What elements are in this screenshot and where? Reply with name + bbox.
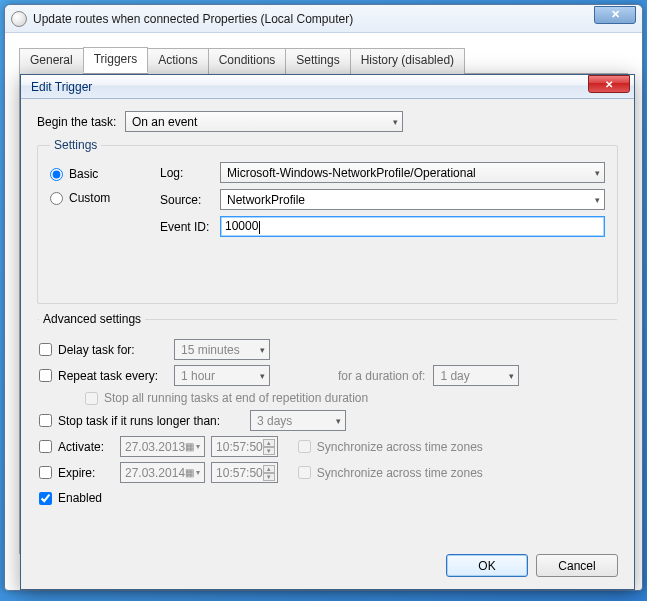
begin-task-value: On an event xyxy=(132,115,197,129)
expire-date-value: 27.03.2014 xyxy=(125,466,185,480)
enabled-checkbox[interactable] xyxy=(39,492,52,505)
tab-triggers[interactable]: Triggers xyxy=(83,47,149,73)
eventid-value: 10000 xyxy=(225,219,260,233)
repeat-value: 1 hour xyxy=(181,369,215,383)
cancel-button[interactable]: Cancel xyxy=(536,554,618,577)
eventid-label: Event ID: xyxy=(160,220,220,234)
spinner-icon[interactable]: ▲▼ xyxy=(263,439,275,455)
log-value: Microsoft-Windows-NetworkProfile/Operati… xyxy=(227,166,476,180)
parent-titlebar: Update routes when connected Properties … xyxy=(5,5,642,33)
calendar-icon: ▦ xyxy=(185,441,194,452)
activate-time-value: 10:57:50 xyxy=(216,440,263,454)
tab-actions[interactable]: Actions xyxy=(147,48,208,74)
custom-label: Custom xyxy=(69,191,110,205)
source-label: Source: xyxy=(160,193,220,207)
repeat-select[interactable]: 1 hour xyxy=(174,365,270,386)
repeat-label: Repeat task every: xyxy=(58,369,168,383)
tab-strip: General Triggers Actions Conditions Sett… xyxy=(19,47,628,74)
tab-conditions[interactable]: Conditions xyxy=(208,48,287,74)
advanced-group: Advanced settings Delay task for: 15 min… xyxy=(37,312,618,510)
expire-checkbox[interactable] xyxy=(39,466,52,479)
delay-select[interactable]: 15 minutes xyxy=(174,339,270,360)
parent-close-button[interactable]: ✕ xyxy=(594,6,636,24)
basic-label: Basic xyxy=(69,167,98,181)
source-select[interactable]: NetworkProfile xyxy=(220,189,605,210)
ok-button[interactable]: OK xyxy=(446,554,528,577)
stopif-checkbox[interactable] xyxy=(39,414,52,427)
expire-time[interactable]: 10:57:50 ▲▼ xyxy=(211,462,278,483)
expire-label: Expire: xyxy=(58,466,114,480)
activate-checkbox[interactable] xyxy=(39,440,52,453)
settings-group: Settings Basic Custom Log: xyxy=(37,138,618,304)
activate-date-value: 27.03.2013 xyxy=(125,440,185,454)
stopif-label: Stop task if it runs longer than: xyxy=(58,414,244,428)
activate-date[interactable]: 27.03.2013 ▦▾ xyxy=(120,436,205,457)
expire-date[interactable]: 27.03.2014 ▦▾ xyxy=(120,462,205,483)
tab-general[interactable]: General xyxy=(19,48,84,74)
repeat-checkbox[interactable] xyxy=(39,369,52,382)
chevron-down-icon: ▾ xyxy=(196,468,200,477)
expire-time-value: 10:57:50 xyxy=(216,466,263,480)
activate-time[interactable]: 10:57:50 ▲▼ xyxy=(211,436,278,457)
basic-radio[interactable] xyxy=(50,168,63,181)
enabled-label: Enabled xyxy=(58,491,102,505)
stopall-checkbox xyxy=(85,392,98,405)
dialog-titlebar: Edit Trigger ✕ xyxy=(21,75,634,99)
advanced-legend: Advanced settings xyxy=(39,312,145,326)
settings-legend: Settings xyxy=(50,138,101,152)
duration-label: for a duration of: xyxy=(338,369,425,383)
tab-history[interactable]: History (disabled) xyxy=(350,48,465,74)
duration-value: 1 day xyxy=(440,369,469,383)
spinner-icon[interactable]: ▲▼ xyxy=(263,465,275,481)
chevron-down-icon: ▾ xyxy=(196,442,200,451)
calendar-icon: ▦ xyxy=(185,467,194,478)
stopif-select[interactable]: 3 days xyxy=(250,410,346,431)
activate-label: Activate: xyxy=(58,440,114,454)
log-select[interactable]: Microsoft-Windows-NetworkProfile/Operati… xyxy=(220,162,605,183)
delay-label: Delay task for: xyxy=(58,343,168,357)
sync1-checkbox xyxy=(298,440,311,453)
begin-task-label: Begin the task: xyxy=(37,115,125,129)
begin-task-select[interactable]: On an event xyxy=(125,111,403,132)
sync1-label: Synchronize across time zones xyxy=(317,440,483,454)
tab-settings[interactable]: Settings xyxy=(285,48,350,74)
dialog-close-button[interactable]: ✕ xyxy=(588,75,630,93)
sync2-label: Synchronize across time zones xyxy=(317,466,483,480)
duration-select[interactable]: 1 day xyxy=(433,365,519,386)
edit-trigger-dialog: Edit Trigger ✕ Begin the task: On an eve… xyxy=(20,74,635,590)
clock-icon xyxy=(11,11,27,27)
log-label: Log: xyxy=(160,166,220,180)
custom-radio[interactable] xyxy=(50,192,63,205)
eventid-input[interactable]: 10000 xyxy=(220,216,605,237)
stopall-label: Stop all running tasks at end of repetit… xyxy=(104,391,368,405)
source-value: NetworkProfile xyxy=(227,193,305,207)
dialog-title: Edit Trigger xyxy=(31,80,588,94)
delay-value: 15 minutes xyxy=(181,343,240,357)
stopif-value: 3 days xyxy=(257,414,292,428)
sync2-checkbox xyxy=(298,466,311,479)
parent-window-title: Update routes when connected Properties … xyxy=(33,12,594,26)
delay-checkbox[interactable] xyxy=(39,343,52,356)
